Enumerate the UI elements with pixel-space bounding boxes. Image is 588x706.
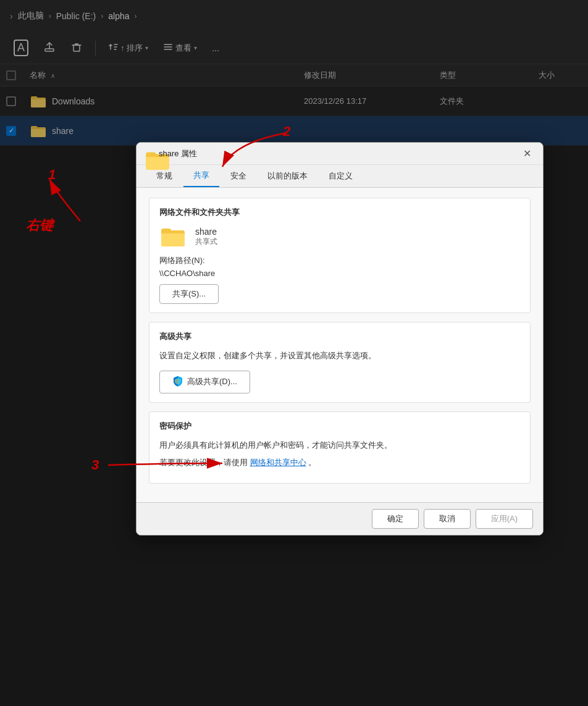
dialog-tabs: 常规 共享 安全 以前的版本 自定义 [136,165,543,188]
dialog-title-icon [144,149,155,159]
password-section: 密码保护 用户必须具有此计算机的用户帐户和密码，才能访问共享文件夹。 若要更改此… [149,411,531,484]
network-share-section: 网络文件和文件夹共享 share 共享式 网络路径(N): \\CCHAO\sh… [149,198,531,313]
dialog-titlebar: share 属性 ✕ [136,143,543,165]
network-path-value: \\CCHAO\share [159,269,520,278]
dialog-content: 网络文件和文件夹共享 share 共享式 网络路径(N): \\CCHAO\sh… [136,188,543,502]
advanced-share-label: 高级共享(D)... [187,376,237,387]
share-folder-icon-large [159,225,187,248]
tab-security[interactable]: 安全 [220,165,256,187]
share-properties-dialog: share 属性 ✕ 常规 共享 安全 以前的版本 自定义 网络文件和文件夹共享… [136,142,544,536]
shield-icon [172,376,183,389]
ok-button[interactable]: 确定 [372,509,419,529]
dialog-close-button[interactable]: ✕ [518,145,536,162]
cancel-button[interactable]: 取消 [424,509,471,529]
tab-general[interactable]: 常规 [146,165,182,187]
share-folder-type: 共享式 [195,237,217,247]
tab-customize[interactable]: 自定义 [319,165,363,187]
network-sharing-center-link[interactable]: 网络和共享中心 [250,458,306,467]
advanced-share-section: 高级共享 设置自定义权限，创建多个共享，并设置其他高级共享选项。 高级共享(D)… [149,322,531,403]
dialog-title-text: share 属性 [159,148,197,159]
advanced-share-desc: 设置自定义权限，创建多个共享，并设置其他高级共享选项。 [159,350,520,362]
network-path-label: 网络路径(N): [159,255,520,266]
dialog-footer: 确定 取消 应用(A) [136,502,543,535]
password-desc1: 用户必须具有此计算机的用户帐户和密码，才能访问共享文件夹。 [159,439,520,452]
share-folder-info: share 共享式 [195,227,217,247]
advanced-share-button[interactable]: 高级共享(D)... [159,371,250,393]
dialog-title-bar: share 属性 [144,148,518,159]
tab-previous-versions[interactable]: 以前的版本 [258,165,317,187]
network-share-title: 网络文件和文件夹共享 [159,207,520,218]
share-info: share 共享式 [159,225,520,248]
tab-sharing[interactable]: 共享 [183,165,219,187]
password-title: 密码保护 [159,421,520,432]
share-button-dialog[interactable]: 共享(S)... [159,284,219,304]
apply-button: 应用(A) [476,509,533,529]
advanced-share-title: 高级共享 [159,331,520,342]
share-folder-name: share [195,227,217,237]
password-desc2: 若要更改此设置，请使用 网络和共享中心 。 [159,456,520,469]
